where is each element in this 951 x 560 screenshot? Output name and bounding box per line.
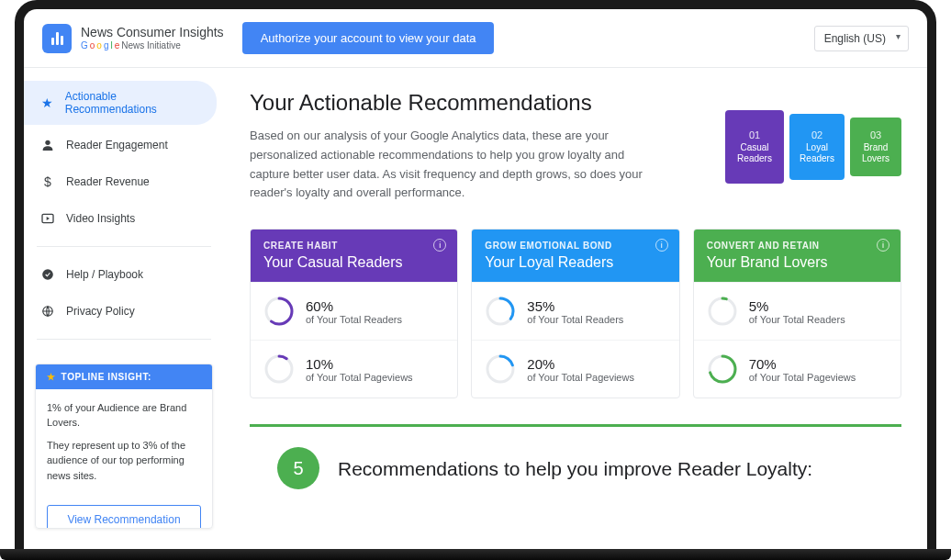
star-icon: ★ (47, 372, 56, 382)
svg-point-2 (42, 269, 53, 280)
step-label: Brand Lovers (857, 142, 894, 164)
segment-header: GROW EMOTIONAL BOND Your Loyal Readers i (472, 230, 678, 282)
sidebar-item-label: Help / Playbook (66, 268, 143, 281)
segment-header: CONVERT AND RETAIN Your Brand Lovers i (694, 230, 901, 282)
metric-value: 10% (306, 356, 413, 372)
recommendations-count: 5 (277, 447, 319, 489)
segments-row: CREATE HABIT Your Casual Readers i 60% o… (250, 229, 901, 398)
sidebar-item-label: Video Insights (66, 212, 135, 225)
authorize-button[interactable]: Authorize your account to view your data (242, 22, 495, 54)
step-brand-lovers[interactable]: 03 Brand Lovers (850, 118, 901, 176)
account-icon (40, 138, 55, 152)
page-title: Your Actionable Recommendations (250, 90, 699, 116)
metric-label: of Your Total Readers (306, 314, 402, 325)
sidebar-item-video[interactable]: Video Insights (24, 202, 217, 235)
segment-title: Your Casual Readers (263, 254, 444, 271)
step-loyal-readers[interactable]: 02 Loyal Readers (789, 114, 845, 180)
video-icon (40, 211, 55, 226)
laptop-frame: News Consumer Insights Google News Initi… (15, 0, 936, 554)
metric-label: of Your Total Readers (749, 314, 845, 325)
donut-chart-icon (485, 353, 516, 385)
globe-icon (40, 304, 55, 319)
metric-value: 5% (749, 298, 845, 314)
segment-title: Your Loyal Readers (485, 254, 666, 271)
language-select[interactable]: English (US) (814, 26, 909, 51)
sidebar-item-label: Reader Revenue (66, 175, 150, 188)
product-title: News Consumer Insights (81, 25, 224, 40)
step-number: 02 (811, 129, 822, 140)
metric-label: of Your Total Pageviews (306, 372, 413, 383)
step-label: Loyal Readers (797, 142, 837, 164)
funnel-steps: 01 Casual Readers 02 Loyal Readers 03 Br… (725, 90, 901, 203)
sidebar-item-label: Reader Engagement (66, 139, 168, 151)
recommendations-title: Recommendations to help you improve Read… (338, 456, 812, 481)
product-logo[interactable]: News Consumer Insights Google News Initi… (42, 24, 224, 53)
metric-label: of Your Total Readers (527, 314, 623, 325)
step-number: 01 (749, 129, 760, 140)
check-circle-icon (40, 267, 55, 282)
donut-chart-icon (707, 353, 738, 385)
segment-tag: GROW EMOTIONAL BOND (485, 241, 666, 251)
donut-chart-icon (707, 296, 738, 327)
sidebar-item-revenue[interactable]: $ Reader Revenue (24, 165, 217, 198)
metric-label: of Your Total Pageviews (527, 372, 634, 383)
logo-chart-icon (42, 24, 72, 53)
svg-point-6 (266, 356, 292, 382)
product-subtitle: Google News Initiative (81, 40, 224, 51)
segment-card-1[interactable]: GROW EMOTIONAL BOND Your Loyal Readers i… (471, 229, 679, 398)
segment-title: Your Brand Lovers (707, 254, 888, 271)
recommendations-block: 5 Recommendations to help you improve Re… (250, 424, 901, 489)
segment-card-2[interactable]: CONVERT AND RETAIN Your Brand Lovers i 5… (693, 229, 901, 398)
donut-chart-icon (263, 353, 295, 385)
insight-heading-text: TOPLINE INSIGHT: (62, 372, 151, 382)
segment-header: CREATE HABIT Your Casual Readers i (251, 230, 457, 282)
svg-point-12 (710, 298, 735, 324)
sidebar-item-engagement[interactable]: Reader Engagement (24, 129, 217, 162)
insight-line1: 1% of your Audience are Brand Lovers. (47, 400, 201, 431)
metric-value: 60% (306, 298, 402, 314)
step-number: 03 (870, 129, 881, 140)
star-icon: ★ (40, 95, 54, 110)
sidebar-item-label: Privacy Policy (66, 305, 135, 318)
sidebar-item-label: Actionable Recommendations (65, 90, 200, 116)
donut-chart-icon (485, 296, 516, 327)
metric-row: 70% of Your Total Pageviews (694, 340, 901, 398)
metric-row: 5% of Your Total Readers (694, 282, 901, 340)
sidebar: ★ Actionable Recommendations Reader Enga… (24, 68, 224, 554)
metric-value: 20% (527, 356, 634, 372)
metric-row: 60% of Your Total Readers (251, 282, 457, 340)
nav-divider (37, 246, 211, 247)
sidebar-item-recommendations[interactable]: ★ Actionable Recommendations (24, 81, 217, 125)
topline-insight-card: ★ TOPLINE INSIGHT: 1% of your Audience a… (35, 364, 213, 529)
nav-divider (37, 339, 211, 340)
step-label: Casual Readers (733, 142, 777, 164)
metric-value: 70% (749, 356, 856, 372)
sidebar-item-privacy[interactable]: Privacy Policy (24, 295, 217, 328)
metric-row: 10% of Your Total Pageviews (251, 340, 457, 398)
metric-value: 35% (527, 298, 623, 314)
main-content: Your Actionable Recommendations Based on… (224, 68, 927, 554)
top-bar: News Consumer Insights Google News Initi… (24, 9, 927, 68)
insight-heading: ★ TOPLINE INSIGHT: (36, 364, 212, 389)
dollar-icon: $ (40, 174, 55, 189)
sidebar-item-help[interactable]: Help / Playbook (24, 258, 217, 291)
page-description: Based on our analysis of your Google Ana… (250, 127, 654, 203)
app-screen: News Consumer Insights Google News Initi… (24, 9, 927, 554)
donut-chart-icon (263, 296, 295, 327)
svg-point-0 (45, 140, 50, 145)
info-icon[interactable]: i (655, 239, 668, 252)
laptop-base (0, 549, 951, 560)
segment-card-0[interactable]: CREATE HABIT Your Casual Readers i 60% o… (250, 229, 458, 398)
view-recommendation-button[interactable]: View Recommendation (47, 505, 201, 529)
metric-label: of Your Total Pageviews (749, 372, 856, 383)
metric-row: 35% of Your Total Readers (472, 282, 678, 340)
step-casual-readers[interactable]: 01 Casual Readers (725, 110, 784, 184)
metric-row: 20% of Your Total Pageviews (472, 340, 678, 398)
segment-tag: CONVERT AND RETAIN (707, 241, 888, 251)
insight-line2: They represent up to 3% of the audience … (47, 438, 201, 484)
segment-tag: CREATE HABIT (263, 241, 444, 251)
